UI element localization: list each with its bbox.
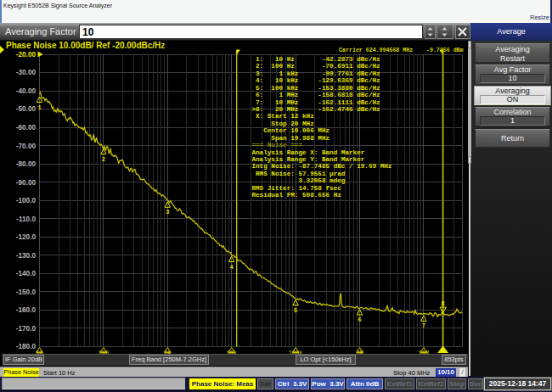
svg-text:-80.00: -80.00 <box>16 160 37 168</box>
svg-text:-20.00: -20.00 <box>16 51 37 59</box>
svg-text:RMS Noise: 57.9551 μrad: RMS Noise: 57.9551 μrad <box>251 171 345 177</box>
svg-text:5: 100 kHz -153.3880 dBc/: 5: 100 kHz -153.3880 dBc/Hz <box>251 85 380 92</box>
svg-text:3.32058 mdeg: 3.32058 mdeg <box>251 177 345 184</box>
svg-text:3: 1 kHz -99.7761 dBc/: 3: 1 kHz -99.7761 dBc/Hz <box>251 70 380 77</box>
svg-text:-150.0: -150.0 <box>16 288 37 296</box>
svg-text:Intg Noise: -87.7485 dBc / 19.: Intg Noise: -87.7485 dBc / 19.69 MHz <box>251 163 391 170</box>
svg-text:Residual FM: 508.656 Hz: Residual FM: 508.656 Hz <box>251 192 341 199</box>
svg-text:8: 8 <box>441 300 445 307</box>
svg-text:4: 4 <box>230 264 234 271</box>
svg-text:Stop 20 MHz: Stop 20 MHz <box>251 120 314 127</box>
svg-text:-110.0: -110.0 <box>16 216 36 223</box>
svg-text:-180.0: -180.0 <box>16 343 37 350</box>
svg-text:Span 19.988 MHz: Span 19.988 MHz <box>251 135 330 142</box>
svg-text:5: 5 <box>294 307 297 314</box>
svg-text:1: 10 Hz -42.2873 dBc/: 1: 10 Hz -42.2873 dBc/Hz <box>251 56 380 63</box>
svg-text:-100.0: -100.0 <box>16 197 37 204</box>
svg-text:6: 6 <box>358 316 361 323</box>
svg-text:4: 10 kHz -129.6369 dBc/: 4: 10 kHz -129.6369 dBc/Hz <box>251 77 380 84</box>
svg-text:-50.00: -50.00 <box>16 105 37 113</box>
svg-text:=== Noise ===: === Noise === <box>251 142 302 148</box>
svg-text:7: 10 MHz -162.1111 dBc/: 7: 10 MHz -162.1111 dBc/Hz <box>251 99 380 106</box>
svg-text:-120.0: -120.0 <box>16 233 37 241</box>
svg-text:RMS Jitter: 14.758 fsec: RMS Jitter: 14.758 fsec <box>251 185 341 192</box>
svg-text:-60.00: -60.00 <box>16 124 37 132</box>
svg-text:>8: 20 MHz -162.4746 dBc: >8: 20 MHz -162.4746 dBc/Hz <box>251 106 380 113</box>
svg-text:Carrier 624.994568 MHz -9.7: Carrier 624.994568 MHz -9.7256 dBm <box>339 48 463 53</box>
svg-text:Center 10.006 MHz: Center 10.006 MHz <box>251 127 330 134</box>
svg-text:-130.0: -130.0 <box>16 252 37 260</box>
svg-text:6: 1 MHz -158.6818 dBc/: 6: 1 MHz -158.6818 dBc/Hz <box>251 92 380 98</box>
svg-text:-40.00: -40.00 <box>16 87 37 95</box>
svg-text:7: 7 <box>422 322 425 329</box>
svg-text:-140.0: -140.0 <box>16 270 37 277</box>
svg-text:Analysis Range Y: Band Marker: Analysis Range Y: Band Marker <box>251 156 364 163</box>
svg-text:-30.00: -30.00 <box>16 69 37 76</box>
svg-text:2: 100 Hz -70.6911 dBc/: 2: 100 Hz -70.6911 dBc/Hz <box>251 63 380 70</box>
svg-text:2: 2 <box>102 156 105 163</box>
svg-text:1: 1 <box>37 104 41 111</box>
svg-text:-90.00: -90.00 <box>16 179 37 187</box>
svg-text:-160.0: -160.0 <box>16 306 37 314</box>
svg-text:-170.0: -170.0 <box>16 325 37 333</box>
svg-text:3: 3 <box>166 209 169 216</box>
svg-text:X: Start 12 kHz: X: Start 12 kHz <box>251 113 314 120</box>
svg-text:-70.00: -70.00 <box>16 143 37 150</box>
svg-text:Analysis Range X: Band Marker: Analysis Range X: Band Marker <box>251 149 364 156</box>
